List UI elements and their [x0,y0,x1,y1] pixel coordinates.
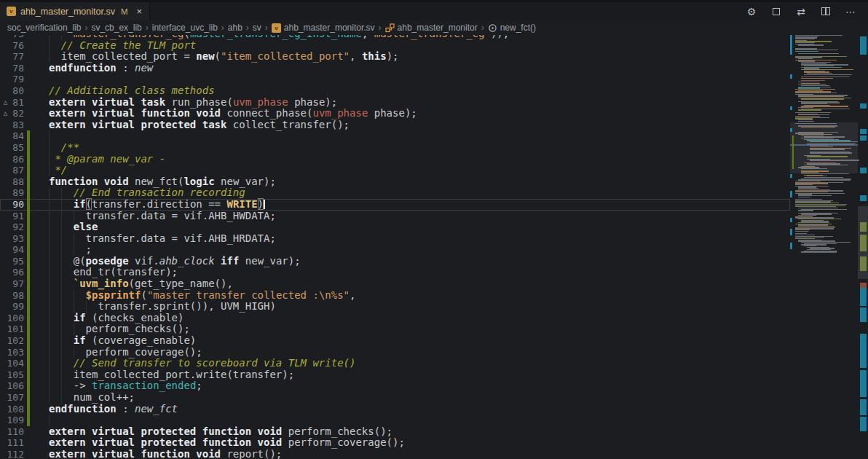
ruler-mark [860,129,867,134]
line-number[interactable]: 111 [0,437,24,449]
code-line[interactable]: 81△extern virtual task run_phase(uvm_pha… [0,97,790,109]
breadcrumb-item-new-fct-[interactable]: new_fct() [488,23,536,33]
line-number[interactable]: 80 [0,85,24,97]
token: "item_collected_port" [221,50,350,62]
code-pane[interactable]: 75 master_transfer_cg(master_transfer_cg… [0,35,790,459]
code-line[interactable]: 84 [0,130,790,142]
code-line[interactable]: 76 // Create the TLM port [0,40,790,52]
line-number[interactable]: 106 [0,380,24,392]
layout-icon[interactable] [770,6,782,17]
line-number[interactable]: 91 [0,211,24,222]
line-number[interactable]: 104 [0,358,24,369]
line-number[interactable]: 78 [0,63,24,74]
tab-ahb-master-monitor[interactable]: v ahb_master_monitor.sv M × [0,2,150,20]
minimap[interactable] [790,35,858,459]
line-number[interactable]: 79 [0,74,24,85]
line-number[interactable]: 94 [0,244,24,256]
code-line[interactable]: 106 -> transaction_ended; [0,380,790,392]
code-line[interactable]: 86 * @param new_var - [0,154,790,165]
line-number[interactable]: 83 [0,119,24,131]
line-number[interactable]: 112 [0,449,24,459]
diff-added-bar [27,267,30,278]
minimap-viewport[interactable] [790,122,858,173]
line-number[interactable]: 87 [0,165,24,176]
overview-ruler[interactable] [858,35,868,459]
breadcrumb-item-soc-verification-lib[interactable]: soc_verification_lib [7,23,81,33]
breadcrumb-item-sv-cb-ex-lib[interactable]: sv_cb_ex_lib [91,23,141,33]
code-line[interactable]: 93 transfer.data = vif.AHB_HRDATA; [0,233,790,245]
code-line[interactable]: 111extern virtual protected function voi… [0,437,790,449]
split-editor-icon[interactable] [820,6,832,17]
code-line[interactable]: 94 ; [0,244,790,256]
line-number[interactable]: 88 [0,176,24,188]
code-line[interactable]: 91 transfer.data = vif.AHB_HWDATA; [0,211,790,222]
line-number[interactable]: 89 [0,187,24,199]
code-line[interactable]: 110extern virtual protected function voi… [0,426,790,438]
line-number[interactable]: 108 [0,404,24,415]
line-number[interactable]: 75 [0,35,24,40]
code-line[interactable]: 103 perform_coverage(); [0,347,790,358]
code-line[interactable]: 100 if (checks_enable) [0,313,790,324]
line-number[interactable]: 102 [0,335,24,347]
scrollbar-thumb[interactable] [858,206,868,279]
token: WRITE [226,198,257,210]
code-line[interactable]: 95 @(posedge vif.ahb_clock iff new_var); [0,256,790,267]
line-number[interactable]: 98 [0,290,24,302]
more-actions-icon[interactable]: ⋯ [845,6,856,17]
line-number[interactable]: 95 [0,256,24,267]
line-number[interactable]: 85 [0,142,24,154]
close-icon[interactable]: × [137,7,143,16]
gear-icon[interactable]: ⚙ [746,6,757,17]
code-line[interactable]: 108endfunction : new_fct [0,404,790,415]
breadcrumb-item-ahb-master-monitor-sv[interactable]: vahb_master_monitor.sv [272,23,375,33]
open-changes-icon[interactable]: ⇄ [795,6,807,17]
code-line[interactable]: 102 if (coverage_enable) [0,335,790,347]
line-number[interactable]: 107 [0,392,24,404]
code-line[interactable]: 77 item_collected_port = new("item_colle… [0,51,790,63]
code-text: extern virtual function void report(); [49,449,282,459]
line-number[interactable]: 77 [0,51,24,63]
line-number[interactable]: 105 [0,369,24,381]
code-line[interactable]: 107 num_col++; [0,392,790,404]
line-number[interactable]: 109 [0,415,24,426]
code-line[interactable]: 90 if(transfer.direction == WRITE) [0,199,790,211]
code-line[interactable]: 85 /** [0,142,790,154]
code-line[interactable]: 82△extern virtual function void connect_… [0,108,790,119]
line-number[interactable]: 110 [0,426,24,438]
gutter-triangle-icon[interactable]: △ [1,97,10,109]
code-line[interactable]: 101 perform_checks(); [0,323,790,335]
breadcrumb-item-sv[interactable]: sv [253,23,261,33]
breadcrumb-item-ahb[interactable]: ahb [228,23,242,33]
breadcrumb-item-interface-uvc-lib[interactable]: interface_uvc_lib [152,23,218,33]
code-line[interactable]: 80// Additional class methods [0,85,790,97]
code-line[interactable]: 97 `uvm_info(get_type_name(), [0,278,790,290]
gutter-triangle-icon[interactable]: △ [1,108,10,119]
line-number[interactable]: 90 [0,199,24,211]
line-number[interactable]: 100 [0,313,24,324]
code-line[interactable]: 104 // Send transfer to scoreboard via T… [0,358,790,369]
code-line[interactable]: 92 else [0,221,790,233]
code-line[interactable]: 83extern virtual protected task collect_… [0,119,790,131]
code-line[interactable]: 88function void new_fct(logic new_var); [0,176,790,188]
line-number[interactable]: 93 [0,233,24,245]
code-line[interactable]: 109 [0,415,790,426]
line-number[interactable]: 76 [0,40,24,52]
code-line[interactable]: 99 transfer.sprint()), UVM_HIGH) [0,301,790,313]
line-number[interactable]: 99 [0,301,24,313]
line-number[interactable]: 96 [0,267,24,278]
code-line[interactable]: 89 // End transaction recording [0,187,790,199]
code-line[interactable]: 78endfunction : new [0,63,790,74]
line-number[interactable]: 84 [0,130,24,142]
line-number[interactable]: 103 [0,347,24,358]
code-line[interactable]: 112extern virtual function void report()… [0,449,790,459]
code-line[interactable]: 105 item_collected_port.write(transfer); [0,369,790,381]
line-number[interactable]: 86 [0,154,24,165]
line-number[interactable]: 92 [0,221,24,233]
breadcrumb-item-ahb-master-monitor[interactable]: ahb_master_monitor [385,23,478,33]
code-line[interactable]: 87 */ [0,165,790,176]
line-number[interactable]: 97 [0,278,24,290]
code-line[interactable]: 96 end_tr(transfer); [0,267,790,278]
code-line[interactable]: 79 [0,74,790,85]
code-line[interactable]: 98 $psprintf("master transfer collected … [0,290,790,302]
line-number[interactable]: 101 [0,323,24,335]
